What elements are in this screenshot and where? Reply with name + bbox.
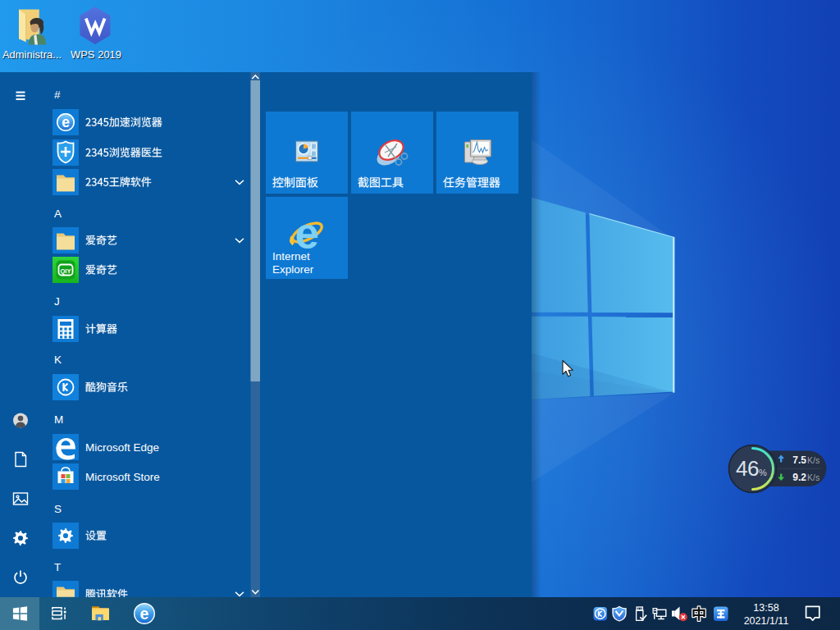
svg-text:7.5: 7.5 [792, 454, 806, 466]
svg-text:A: A [54, 208, 62, 220]
svg-text:2021/1/11: 2021/1/11 [744, 615, 789, 627]
svg-text:Microsoft Edge: Microsoft Edge [85, 441, 159, 454]
svg-text:13:58: 13:58 [753, 602, 778, 614]
svg-text:K: K [54, 354, 62, 366]
svg-text:Explorer: Explorer [272, 263, 314, 276]
svg-text:T: T [54, 561, 61, 573]
svg-text:%: % [759, 468, 767, 477]
svg-text:Internet: Internet [272, 250, 310, 262]
svg-text:9.2: 9.2 [792, 472, 806, 483]
svg-text:S: S [54, 503, 62, 515]
svg-text:Microsoft Store: Microsoft Store [85, 471, 160, 483]
svg-text:QIY: QIY [61, 267, 71, 275]
svg-text:K/s: K/s [807, 472, 819, 482]
svg-text:e: e [140, 605, 149, 623]
svg-text:K/s: K/s [807, 455, 819, 465]
svg-text:M: M [54, 413, 63, 426]
svg-text:WPS 2019: WPS 2019 [71, 48, 121, 61]
svg-text:Administra...: Administra... [2, 48, 62, 61]
svg-text:e: e [62, 114, 70, 130]
svg-text:J: J [54, 295, 60, 308]
svg-text:#: # [54, 89, 61, 101]
svg-text:46: 46 [736, 456, 759, 481]
